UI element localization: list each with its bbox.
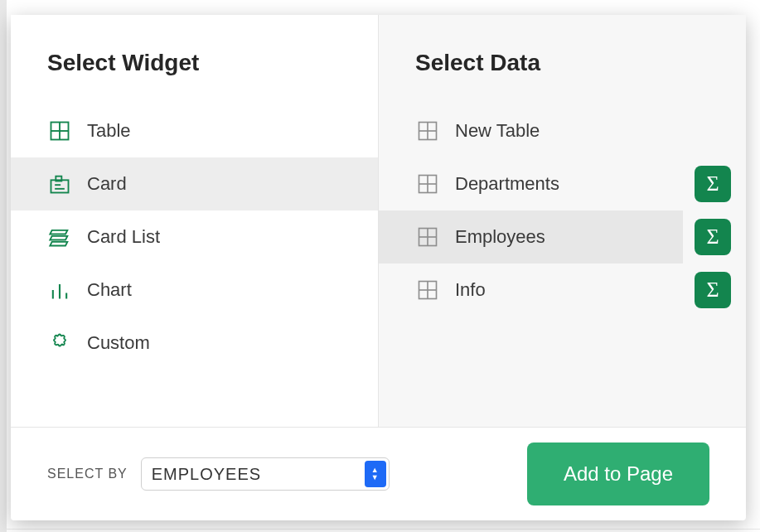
svg-rect-4 — [56, 177, 61, 181]
data-item-label: New Table — [455, 120, 540, 142]
data-item-departments[interactable]: Departments — [379, 157, 683, 210]
select-by-value: EMPLOYEES — [152, 465, 261, 484]
widget-list: Table Card — [11, 99, 378, 370]
widget-item-label: Card List — [87, 226, 160, 248]
widget-item-card[interactable]: Card — [11, 157, 378, 210]
select-by-dropdown[interactable]: EMPLOYEES ▲▼ — [141, 457, 390, 491]
select-by-group: SELECT BY EMPLOYEES ▲▼ — [47, 457, 390, 491]
data-row-wrap: Employees Σ — [379, 210, 746, 264]
table-grid-icon — [415, 172, 440, 196]
widget-item-label: Table — [87, 120, 131, 142]
cardlist-icon — [47, 225, 72, 249]
select-by-label: SELECT BY — [47, 467, 128, 481]
table-grid-icon — [415, 225, 440, 249]
sigma-icon[interactable]: Σ — [695, 166, 731, 202]
data-item-info[interactable]: Info — [379, 264, 683, 317]
svg-rect-3 — [51, 180, 69, 192]
data-item-label: Employees — [455, 226, 545, 248]
dialog-panels: Select Widget Table — [11, 15, 746, 428]
table-grid-icon — [415, 118, 440, 143]
select-widget-title: Select Widget — [11, 15, 378, 99]
table-icon — [47, 118, 72, 143]
card-icon — [47, 172, 72, 196]
data-item-label: Info — [455, 279, 486, 301]
sigma-icon[interactable]: Σ — [695, 219, 731, 255]
data-item-employees[interactable]: Employees — [379, 210, 683, 264]
widget-item-chart[interactable]: Chart — [11, 264, 378, 317]
select-data-panel: Select Data New Table — [379, 15, 746, 427]
widget-picker-dialog: Select Widget Table — [11, 15, 746, 520]
widget-item-table[interactable]: Table — [11, 104, 378, 157]
widget-item-custom[interactable]: Custom — [11, 317, 378, 370]
data-row-wrap: New Table — [379, 104, 746, 157]
dropdown-arrows-icon: ▲▼ — [365, 461, 386, 487]
sigma-icon[interactable]: Σ — [695, 272, 731, 308]
chart-icon — [47, 278, 72, 302]
table-grid-icon — [415, 278, 440, 302]
data-item-new-table[interactable]: New Table — [379, 104, 731, 157]
custom-icon — [47, 331, 72, 355]
data-row-wrap: Departments Σ — [379, 157, 746, 210]
add-to-page-button[interactable]: Add to Page — [527, 443, 709, 505]
select-widget-panel: Select Widget Table — [11, 15, 379, 427]
widget-item-cardlist[interactable]: Card List — [11, 210, 378, 264]
data-item-label: Departments — [455, 173, 559, 195]
widget-item-label: Card — [87, 173, 127, 195]
dialog-footer: SELECT BY EMPLOYEES ▲▼ Add to Page — [11, 428, 746, 520]
data-list: New Table Departments — [379, 99, 746, 317]
widget-item-label: Chart — [87, 279, 132, 301]
widget-item-label: Custom — [87, 332, 150, 354]
select-data-title: Select Data — [379, 15, 746, 99]
data-row-wrap: Info Σ — [379, 264, 746, 317]
